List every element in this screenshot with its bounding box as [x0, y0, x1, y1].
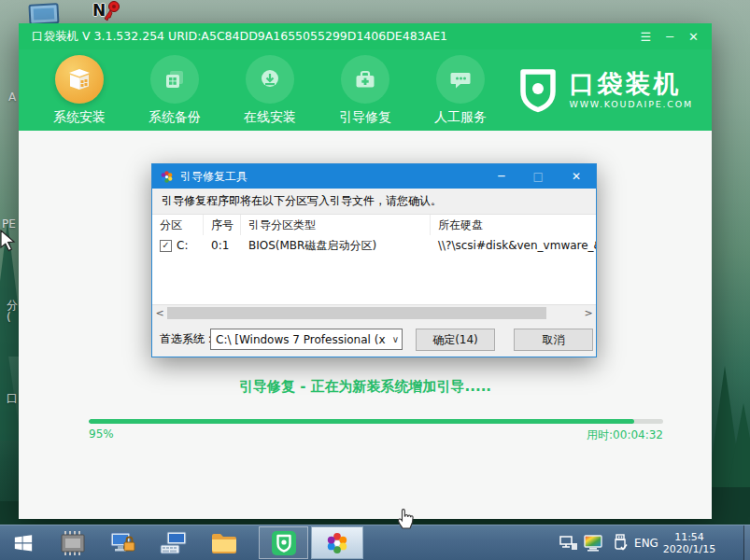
scrollbar-thumb[interactable]: [167, 307, 546, 319]
cancel-button[interactable]: 取消: [514, 329, 593, 351]
backup-copies-icon: [150, 55, 199, 104]
install-box-icon: [55, 55, 104, 104]
col-header-index: 序号: [204, 215, 241, 235]
red-key-icon: [101, 0, 121, 22]
partition-index: 0:1: [204, 239, 241, 252]
window-title: 口袋装机 V 3.1.532.254 URID:A5C84DD9A1655055…: [32, 29, 447, 45]
preferred-system-label: 首选系统 :: [160, 320, 212, 358]
brand-name: 口袋装机: [569, 71, 693, 97]
start-button[interactable]: [0, 525, 47, 560]
dialog-close-icon[interactable]: ✕: [572, 170, 581, 183]
green-shield-icon: [271, 530, 297, 556]
pinwheel-icon: [160, 170, 174, 184]
dialog-minimize-icon[interactable]: ─: [498, 170, 504, 183]
partition-table: 分区 序号 引导分区类型 所在硬盘 ✓ C: 0:1 BIOS(MBR磁盘启动分…: [152, 214, 596, 304]
show-desktop-button[interactable]: [743, 525, 750, 560]
keyboard-monitor-icon: [160, 530, 188, 556]
chat-bubble-icon: [436, 55, 485, 104]
monitor-lock-icon: [109, 530, 137, 556]
partition-type: BIOS(MBR磁盘启动分区): [241, 238, 431, 254]
nav-label: 在线安装: [222, 109, 318, 126]
nav-label: 系统备份: [127, 109, 222, 126]
chevron-down-icon: ∨: [390, 334, 399, 344]
taskbar-explorer-app[interactable]: [200, 525, 248, 560]
dialog-maximize-icon[interactable]: □: [533, 170, 544, 183]
main-window-titlebar[interactable]: 口袋装机 V 3.1.532.254 URID:A5C84DD9A1655055…: [19, 23, 712, 49]
repair-kit-icon: [341, 55, 389, 104]
language-label: ENG: [634, 537, 658, 550]
brand-site: WWW.KOUDAIPE.COM: [569, 99, 693, 109]
horizontal-scrollbar[interactable]: < >: [152, 304, 596, 320]
tray-usb-icon[interactable]: [609, 525, 631, 560]
partition-disk: \\?\scsi#disk&ven_vmware_&: [431, 239, 596, 252]
partition-name: C:: [177, 239, 188, 252]
background-window-text: PE: [2, 217, 16, 231]
nav-item-online-install[interactable]: 在线安装: [222, 55, 318, 126]
clock-time: 11:54: [674, 531, 704, 543]
elapsed-time: 用时:00:04:32: [587, 427, 663, 443]
background-window-text: A: [8, 91, 16, 104]
scroll-left-icon[interactable]: <: [152, 306, 167, 320]
desktop: N A PE 分 ( 口 口袋装机 V 3.1.532.254 URID:A5C…: [0, 0, 750, 560]
tray-network-icon[interactable]: [557, 525, 581, 560]
taskbar: ENG 11:54 2020/1/15: [0, 525, 750, 560]
partition-checkbox[interactable]: ✓: [160, 240, 172, 252]
nav-item-system-install[interactable]: 系统安装: [32, 55, 127, 126]
brand-logo: 口袋装机 WWW.KOUDAIPE.COM: [517, 67, 712, 114]
memory-chip-icon: [59, 530, 87, 556]
nav-item-human-service[interactable]: 人工服务: [413, 55, 508, 126]
col-header-type: 引导分区类型: [241, 215, 431, 235]
main-nav: 系统安装 系统备份: [19, 49, 712, 131]
progress-bar: [89, 419, 663, 424]
ok-button[interactable]: 确定(14): [416, 329, 495, 351]
taskbar-remote-lock-app[interactable]: [99, 525, 148, 560]
table-row[interactable]: ✓ C: 0:1 BIOS(MBR磁盘启动分区) \\?\scsi#disk&v…: [152, 235, 596, 256]
nav-item-system-backup[interactable]: 系统备份: [127, 55, 222, 126]
nav-label: 引导修复: [318, 109, 413, 126]
tray-display-icon[interactable]: [581, 525, 607, 560]
table-header-row: 分区 序号 引导分区类型 所在硬盘: [152, 215, 596, 235]
preferred-system-value: C:\ [Windows 7 Professional (x: [216, 333, 390, 346]
taskbar-chip-app[interactable]: [49, 525, 97, 560]
scroll-right-icon[interactable]: >: [581, 306, 596, 320]
shield-logo-icon: [517, 67, 559, 114]
taskbar-bootrepair-app[interactable]: [311, 526, 363, 559]
tray-clock[interactable]: 11:54 2020/1/15: [659, 525, 719, 560]
close-icon[interactable]: ✕: [688, 31, 699, 43]
dialog-title: 引导修复工具: [180, 169, 248, 185]
dialog-message: 引导修复程序即将在以下分区写入引导文件，请您确认。: [152, 189, 596, 214]
nav-item-boot-repair[interactable]: 引导修复: [318, 55, 413, 126]
boot-repair-dialog: 引导修复工具 ─ □ ✕ 引导修复程序即将在以下分区写入引导文件，请您确认。 分…: [151, 163, 597, 357]
progress-percent: 95%: [89, 427, 114, 443]
minimize-icon[interactable]: ─: [666, 31, 673, 43]
progress-fill: [89, 419, 634, 424]
nav-label: 系统安装: [32, 109, 127, 126]
status-text: 引导修复 - 正在为新装系统增加引导.....: [19, 378, 712, 396]
folder-icon: [210, 531, 238, 555]
preferred-system-select[interactable]: C:\ [Windows 7 Professional (x ∨: [210, 329, 403, 350]
tray-language[interactable]: ENG: [631, 525, 661, 560]
nav-label: 人工服务: [413, 109, 508, 126]
download-icon: [246, 55, 294, 104]
taskbar-koudai-app[interactable]: [259, 526, 308, 559]
dialog-footer: 首选系统 : C:\ [Windows 7 Professional (x ∨ …: [152, 320, 596, 358]
clock-date: 2020/1/15: [663, 543, 715, 555]
dialog-titlebar[interactable]: 引导修复工具 ─ □ ✕: [152, 164, 596, 189]
taskbar-osk-app[interactable]: [149, 525, 198, 560]
background-window-text: 口: [7, 391, 18, 407]
col-header-disk: 所在硬盘: [431, 215, 596, 235]
desktop-n-key-icon[interactable]: N: [92, 0, 124, 22]
pinwheel-icon: [325, 531, 349, 555]
background-window-text: (: [7, 311, 11, 324]
col-header-partition: 分区: [152, 215, 204, 235]
windows-logo-icon: [13, 533, 34, 553]
menu-icon[interactable]: ☰: [641, 31, 652, 43]
